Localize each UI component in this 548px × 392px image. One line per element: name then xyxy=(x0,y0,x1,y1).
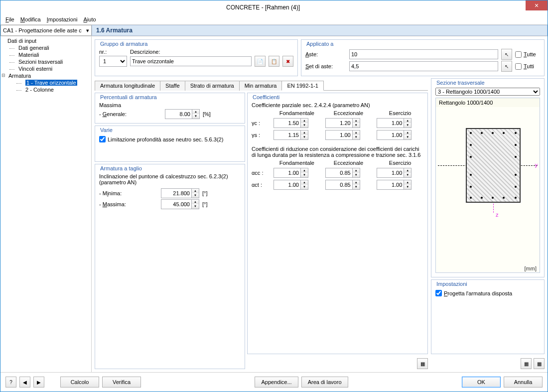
sezione-select[interactable]: 3 - Rettangolo 1000/1400 xyxy=(435,88,540,96)
annulla-button[interactable]: Annulla xyxy=(504,377,543,388)
label-massima: Massima xyxy=(99,102,241,108)
legend-percentuali: Percentuali di armatura xyxy=(99,94,158,100)
chk-limitazione[interactable] xyxy=(99,136,106,142)
tree-panel: Dati di input Dati generali Materiali Se… xyxy=(0,36,92,372)
chk-tutte[interactable] xyxy=(515,51,522,58)
legend-coeff: Coefficienti xyxy=(252,94,280,100)
chk-progetta[interactable] xyxy=(435,290,442,296)
calcolo-button[interactable]: Calcolo xyxy=(60,377,99,388)
label-desc: Descrizione: xyxy=(130,49,160,55)
label-riduzione: Coefficienti di riduzione con consideraz… xyxy=(252,146,423,158)
opts-icon-1[interactable]: ▦ xyxy=(521,358,532,369)
pick-aste-icon[interactable]: ↖ xyxy=(501,49,512,60)
spin-act3[interactable]: ▲▼ xyxy=(377,180,423,190)
tab-min[interactable]: Min armatura xyxy=(239,81,282,91)
module-dropdown-label: CA1 - Progettazione delle aste c xyxy=(3,27,82,33)
menu-file[interactable]: File xyxy=(5,16,14,22)
tab-longitudinale[interactable]: Armatura longitudinale xyxy=(95,81,160,91)
fieldset-percentuali: Percentuali di armatura Massima - Genera… xyxy=(95,93,245,124)
spin-gs3[interactable]: ▲▼ xyxy=(377,130,423,140)
label-act: αct : xyxy=(252,182,269,188)
tab-bar: Armatura longitudinale Staffe Strato di … xyxy=(95,80,428,91)
appendice-button[interactable]: Appendice... xyxy=(255,377,298,388)
help-icon[interactable]: ? xyxy=(5,377,16,388)
copy-icon[interactable]: 📋 xyxy=(269,56,279,67)
aste-input[interactable] xyxy=(349,49,498,59)
delete-icon[interactable]: ✖ xyxy=(282,56,293,67)
legend-gruppo: Gruppo di armatura xyxy=(99,41,148,47)
tab-staffe[interactable]: Staffe xyxy=(160,81,185,91)
verifica-button[interactable]: Verifica xyxy=(102,377,141,388)
area-button[interactable]: Area di lavoro xyxy=(301,377,348,388)
chk-tutti[interactable] xyxy=(515,63,522,70)
label-taglio-desc: Inclinazione del puntone di calcestruzzo… xyxy=(99,173,241,185)
legend-applicato: Applicato a xyxy=(305,41,334,47)
spin-generale[interactable]: ▲▼ xyxy=(165,109,200,119)
tree-arm-sub[interactable]: 2 - Colonne xyxy=(0,86,91,93)
hdr-ecc: Eccezionale xyxy=(325,110,372,116)
spin-gc3[interactable]: ▲▼ xyxy=(377,118,423,128)
hdr-eser: Esercizio xyxy=(377,110,423,116)
menu-modifica[interactable]: Modifica xyxy=(20,16,41,22)
spin-gc2[interactable]: ▲▼ xyxy=(325,118,372,128)
menubar: File Modifica Impostazioni Aiuto xyxy=(0,14,548,24)
tab-en1992[interactable]: EN 1992-1-1 xyxy=(281,81,323,91)
pick-set-icon[interactable]: ↖ xyxy=(501,61,512,72)
spin-act2[interactable]: ▲▼ xyxy=(325,180,372,190)
legend-taglio: Armatura a taglio xyxy=(99,165,143,171)
close-button[interactable]: × xyxy=(526,0,548,10)
unit-percent: [%] xyxy=(203,111,211,117)
tree-item[interactable]: Dati generali xyxy=(0,44,91,51)
fieldset-coeff: Coefficienti Coefficiente parziale sec. … xyxy=(247,93,428,354)
label-gc: γc : xyxy=(252,120,269,126)
toolbar-row: CA1 - Progettazione delle aste c ▾ 1.6 A… xyxy=(0,24,548,36)
details-icon[interactable]: ▦ xyxy=(417,358,428,369)
module-dropdown[interactable]: CA1 - Progettazione delle aste c ▾ xyxy=(0,25,92,36)
tree-arm-sub[interactable]: 1 - Trave orizzontale xyxy=(0,79,91,86)
prev-icon[interactable]: ◀ xyxy=(19,377,30,388)
window-title: CONCRETE - [Rahmen (4)] xyxy=(0,4,526,11)
tab-strato[interactable]: Strato di armatura xyxy=(185,81,240,91)
fieldset-sezione: Sezione trasversale 3 - Rettangolo 1000/… xyxy=(431,78,545,277)
label-limitazione: Limitazione profondità asse neutro sec. … xyxy=(108,136,223,142)
tree-armatura[interactable]: Armatura xyxy=(0,72,91,79)
menu-aiuto[interactable]: Aiuto xyxy=(83,16,96,22)
tree-item[interactable]: Vincoli esterni xyxy=(0,65,91,72)
new-icon[interactable]: 📄 xyxy=(255,56,266,67)
ok-button[interactable]: OK xyxy=(462,377,501,388)
spin-acc2[interactable]: ▲▼ xyxy=(325,168,372,178)
label-gs: γs : xyxy=(252,132,269,138)
tree-item[interactable]: Materiali xyxy=(0,51,91,58)
spin-gs2[interactable]: ▲▼ xyxy=(325,130,372,140)
fieldset-varie: Varie Limitazione profondità asse neutro… xyxy=(95,126,245,162)
section-header: 1.6 Armatura xyxy=(92,25,548,36)
legend-varie: Varie xyxy=(99,127,114,133)
unit-mm: [mm] xyxy=(525,265,537,271)
spin-minima[interactable]: ▲▼ xyxy=(161,188,199,198)
legend-sezione: Sezione trasversale xyxy=(435,80,540,86)
preview-title: Rettangolo 1000/1400 xyxy=(436,98,540,107)
unit-deg2: [°] xyxy=(202,201,208,207)
tree-root[interactable]: Dati di input xyxy=(0,37,91,44)
spin-massima[interactable]: ▲▼ xyxy=(161,199,199,209)
label-acc: αcc : xyxy=(252,170,269,176)
section-preview: Rettangolo 1000/1400 y z xyxy=(435,98,540,273)
desc-input[interactable] xyxy=(130,56,252,66)
spin-gs1[interactable]: ▲▼ xyxy=(274,130,320,140)
nr-select[interactable]: 1 xyxy=(99,56,127,67)
fieldset-impostazioni: Impostazioni Progetta l'armatura dispost… xyxy=(431,279,545,354)
next-icon[interactable]: ▶ xyxy=(33,377,44,388)
spin-gc1[interactable]: ▲▼ xyxy=(274,118,320,128)
bottom-bar: ? ◀ ▶ Calcolo Verifica Appendice... Area… xyxy=(0,372,548,392)
label-nr: nr.: xyxy=(99,49,127,55)
tree-item[interactable]: Sezioni trasversali xyxy=(0,58,91,65)
menu-impostazioni[interactable]: Impostazioni xyxy=(47,16,78,22)
label-parziale: Coefficiente parziale sec. 2.4.2.4 (para… xyxy=(252,102,423,108)
set-aste-input[interactable] xyxy=(349,61,498,71)
chevron-down-icon: ▾ xyxy=(86,27,89,34)
spin-act1[interactable]: ▲▼ xyxy=(274,180,320,190)
legend-impostazioni: Impostazioni xyxy=(435,281,468,287)
spin-acc1[interactable]: ▲▼ xyxy=(274,168,320,178)
opts-icon-2[interactable]: ▦ xyxy=(534,358,545,369)
spin-acc3[interactable]: ▲▼ xyxy=(377,168,423,178)
